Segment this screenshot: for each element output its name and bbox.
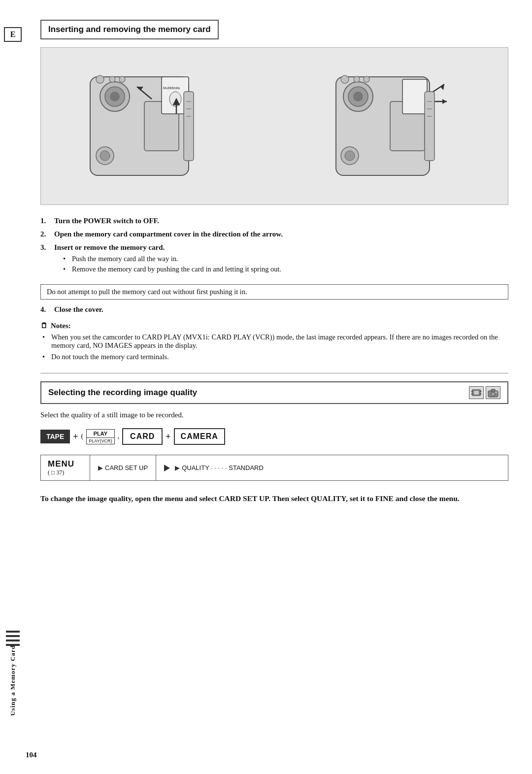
- camera-button: CAMERA: [174, 428, 225, 445]
- paren-open: (: [81, 433, 84, 440]
- step-3-number: 3.: [40, 243, 50, 275]
- step-4: 4. Close the cover.: [40, 305, 508, 314]
- paren-close-comma: ,: [118, 433, 120, 440]
- menu-label-col: MENU ( □ 37): [41, 455, 90, 480]
- svg-point-25: [354, 76, 360, 82]
- plus-1: +: [73, 432, 78, 442]
- step-1-content: Turn the POWER switch to OFF.: [54, 217, 159, 225]
- svg-rect-28: [402, 79, 427, 114]
- letter-e-badge: E: [4, 27, 22, 42]
- menu-label: MENU: [48, 459, 74, 469]
- step-3-bold: Insert or remove the memory card.: [54, 243, 165, 251]
- svg-point-23: [353, 92, 363, 101]
- notes-section: 🗒 Notes: • When you set the camcorder to…: [40, 322, 508, 361]
- section2-header: Selecting the recording image quality: [40, 381, 508, 404]
- camera-icon-box: [486, 386, 500, 399]
- menu-row: MENU ( □ 37) ▶ CARD SET UP ▶ QUALITY · ·…: [40, 455, 508, 481]
- menu-ref: ( □ 37): [48, 469, 64, 476]
- section1-header: Inserting and removing the memory card: [40, 20, 219, 39]
- svg-rect-40: [471, 391, 473, 392]
- note-item-1: • When you set the camcorder to CARD PLA…: [42, 333, 508, 350]
- note-1-text: When you set the camcorder to CARD PLAY …: [51, 333, 508, 350]
- svg-point-3: [110, 92, 120, 101]
- menu-item-1-text: CARD SET UP: [105, 464, 148, 471]
- camera-diagrams: MultiMedia: [41, 48, 508, 204]
- svg-rect-44: [474, 391, 479, 395]
- step-4-content: Close the cover.: [54, 305, 103, 314]
- step-2: 2. Open the memory card compartment cove…: [40, 230, 508, 238]
- svg-rect-16: [184, 92, 194, 161]
- page-number: 104: [26, 751, 37, 759]
- remove-diagram: [282, 48, 508, 204]
- section-divider: [40, 373, 508, 373]
- notes-title: Notes:: [51, 322, 71, 330]
- step-4-number: 4.: [40, 305, 50, 314]
- svg-point-34: [345, 151, 355, 161]
- step-3-content: Insert or remove the memory card. • Push…: [54, 243, 281, 275]
- sidebar-rotated-label: Using a Memory Card: [0, 631, 26, 730]
- menu-item-2-col: ▶ QUALITY · · · · · STANDARD: [156, 455, 271, 480]
- insert-diagram: MultiMedia: [41, 48, 267, 204]
- svg-point-49: [496, 392, 497, 393]
- step-1-number: 1.: [40, 217, 50, 225]
- svg-point-24: [341, 75, 349, 83]
- svg-rect-35: [425, 92, 434, 161]
- svg-rect-41: [471, 393, 473, 395]
- remove-diagram-svg: [331, 62, 459, 190]
- section2-title: Selecting the recording image quality: [48, 388, 197, 398]
- play-vcr-button: PLAY PLAY(VCR): [86, 429, 114, 444]
- step-1: 1. Turn the POWER switch to OFF.: [40, 217, 508, 225]
- plus-2: +: [166, 432, 170, 442]
- notes-header: 🗒 Notes:: [40, 322, 508, 330]
- section2-icons: [469, 386, 500, 399]
- menu-item-2-text: QUALITY · · · · · STANDARD: [182, 464, 264, 471]
- svg-point-48: [492, 393, 495, 396]
- play-label: PLAY: [86, 429, 114, 438]
- bullet-1: • Push the memory card all the way in.: [63, 255, 281, 263]
- camera-icon: [488, 388, 499, 398]
- quality-description: Select the quality of a still image to b…: [40, 411, 508, 419]
- svg-point-10: [169, 92, 181, 106]
- svg-point-5: [109, 76, 115, 82]
- svg-marker-32: [442, 99, 447, 104]
- tape-button: TAPE: [40, 430, 70, 443]
- step-2-content: Open the memory card compartment cover i…: [54, 230, 283, 238]
- bottom-instruction: To change the image quality, open the me…: [40, 493, 508, 504]
- menu-item-1-col: ▶ CARD SET UP: [90, 455, 156, 480]
- menu-quality-arrow: ▶: [175, 464, 180, 471]
- step-2-number: 2.: [40, 230, 50, 238]
- caution-box: Do not attempt to pull the memory card o…: [40, 284, 508, 300]
- left-sidebar: E Using a Memory Card: [0, 0, 26, 774]
- button-row: TAPE + ( PLAY PLAY(VCR) , CARD + CAMERA: [40, 428, 508, 445]
- main-content: Inserting and removing the memory card: [26, 0, 532, 538]
- bullet-2: • Remove the memory card by pushing the …: [63, 265, 281, 273]
- svg-rect-46: [491, 389, 495, 391]
- caution-text: Do not attempt to pull the memory card o…: [47, 288, 247, 296]
- steps-list: 1. Turn the POWER switch to OFF. 2. Open…: [40, 217, 508, 314]
- bullet-2-text: Remove the memory card by pushing the ca…: [72, 265, 281, 273]
- insert-diagram-svg: MultiMedia: [85, 62, 223, 190]
- svg-rect-43: [480, 393, 481, 395]
- svg-point-4: [96, 75, 104, 83]
- step-3: 3. Insert or remove the memory card. • P…: [40, 243, 508, 275]
- svg-point-26: [364, 76, 369, 82]
- svg-text:MultiMedia: MultiMedia: [163, 86, 180, 90]
- card-button: CARD: [122, 428, 163, 445]
- section1-title: Inserting and removing the memory card: [48, 25, 211, 34]
- step-3-bullets: • Push the memory card all the way in. •…: [63, 255, 281, 273]
- notes-icon: 🗒: [40, 322, 48, 330]
- play-vcr-label: PLAY(VCR): [86, 438, 114, 444]
- menu-double-arrow: [164, 465, 170, 471]
- illustration-area: MultiMedia: [40, 47, 508, 205]
- film-icon-box: [469, 386, 484, 399]
- note-item-2: • Do not touch the memory card terminals…: [42, 353, 508, 361]
- svg-point-15: [100, 151, 110, 161]
- svg-rect-42: [480, 391, 481, 392]
- menu-play-arrow: ▶: [98, 464, 103, 471]
- film-icon: [471, 388, 481, 398]
- svg-point-6: [119, 76, 125, 82]
- note-2-text: Do not touch the memory card terminals.: [51, 353, 169, 361]
- bullet-1-text: Push the memory card all the way in.: [72, 255, 178, 263]
